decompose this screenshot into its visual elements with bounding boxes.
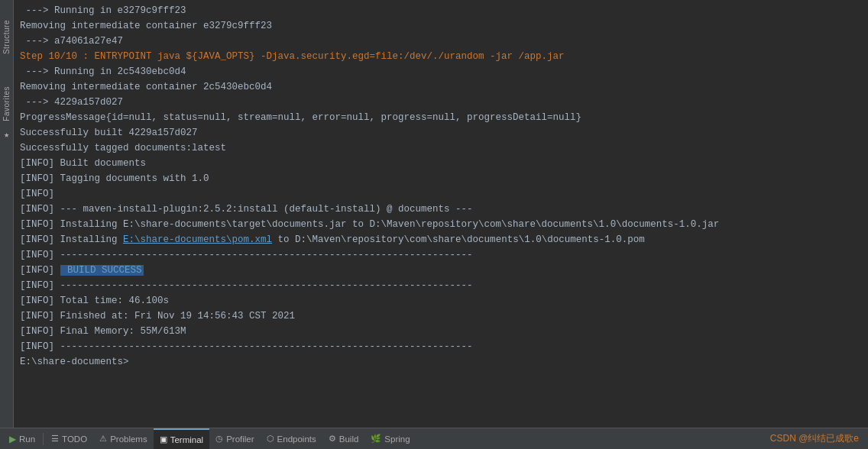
spring-tab[interactable]: 🌿 Spring [364,428,416,449]
terminal-line: [INFO] Built documents [20,156,862,171]
build-icon: ⚙ [329,434,336,444]
brand-text: CSDN @纠结已成歌e [770,432,865,445]
terminal-label: Terminal [170,435,203,444]
separator-1 [43,433,44,445]
terminal-line: Removing intermediate container e3279c9f… [20,18,862,34]
terminal-line: [INFO] [20,186,862,202]
problems-label: Problems [110,434,147,444]
terminal-line: Successfully tagged documents:latest [20,141,862,156]
terminal-line: [INFO] BUILD SUCCESS [20,263,862,278]
todo-tab[interactable]: ☰ TODO [45,428,93,449]
terminal-line: [INFO] Installing E:\share-documents\tar… [20,217,862,232]
terminal-line: E:\share-documents> [20,354,862,370]
terminal-line: [INFO] Tagging documents with 1.0 [20,171,862,186]
terminal-line: [INFO] Installing E:\share-documents\pom… [20,232,862,247]
terminal-area: Structure Favorites ★ ---> Running in e3… [0,0,868,428]
spring-icon: 🌿 [371,434,381,444]
endpoints-tab[interactable]: ⬡ Endpoints [261,428,322,449]
structure-label[interactable]: Structure [1,15,12,59]
endpoints-label: Endpoints [277,434,316,444]
profiler-icon: ◷ [215,434,223,444]
terminal-line: [INFO] --- maven-install-plugin:2.5.2:in… [20,202,862,217]
terminal-tab[interactable]: ▣ Terminal [154,428,209,449]
build-success-badge: BUILD SUCCESS [60,265,144,276]
terminal-line: [INFO] ---------------------------------… [20,278,862,293]
problems-icon: ⚠ [99,434,107,444]
terminal-line: ---> a74061a27e47 [20,34,862,49]
terminal-line: ProgressMessage{id=null, status=null, st… [20,110,862,125]
star-icon: ★ [4,129,9,141]
terminal-line: ---> Running in 2c5430ebc0d4 [20,64,862,79]
terminal-line: [INFO] Finished at: Fri Nov 19 14:56:43 … [20,308,862,324]
terminal-content[interactable]: ---> Running in e3279c9fff23Removing int… [14,0,868,428]
terminal-line: [INFO] Total time: 46.100s [20,293,862,308]
build-label: Build [339,434,359,444]
terminal-line: Successfully built 4229a157d027 [20,125,862,141]
terminal-line: [INFO] ---------------------------------… [20,247,862,263]
terminal-line: Removing intermediate container 2c5430eb… [20,79,862,95]
bottom-toolbar: ▶ Run ☰ TODO ⚠ Problems ▣ Terminal ◷ Pro… [0,428,868,449]
favorites-label[interactable]: Favorites [1,82,12,126]
left-sidebar: Structure Favorites ★ [0,0,14,428]
profiler-label: Profiler [226,434,254,444]
terminal-line: [INFO] ---------------------------------… [20,339,862,354]
terminal-line: Step 10/10 : ENTRYPOINT java ${JAVA_OPTS… [20,49,862,64]
problems-tab[interactable]: ⚠ Problems [93,428,154,449]
endpoints-icon: ⬡ [267,434,274,444]
terminal-icon: ▣ [160,434,167,444]
terminal-line: ---> Running in e3279c9fff23 [20,3,862,18]
play-icon: ▶ [9,434,16,444]
todo-icon: ☰ [51,434,59,444]
terminal-line: ---> 4229a157d027 [20,95,862,110]
pom-xml-link[interactable]: E:\share-documents\pom.xml [123,234,272,245]
todo-label: TODO [62,434,87,444]
spring-label: Spring [384,434,410,444]
run-button[interactable]: ▶ Run [3,434,41,444]
terminal-line: [INFO] Final Memory: 55M/613M [20,324,862,339]
build-tab[interactable]: ⚙ Build [322,428,365,449]
run-label: Run [19,434,35,444]
profiler-tab[interactable]: ◷ Profiler [209,428,260,449]
